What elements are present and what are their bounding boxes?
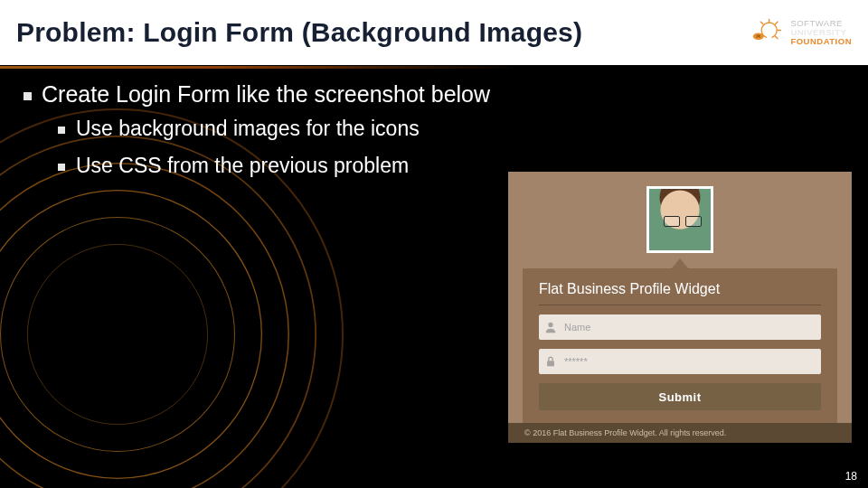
softuni-logo: SOFTWARE UNIVERSITY FOUNDATION [752,17,852,48]
lightbulb-icon [752,17,783,48]
widget-heading: Flat Business Profile Widget [539,281,821,305]
page-number: 18 [845,470,857,483]
logo-line3: FOUNDATION [790,37,852,46]
password-field[interactable] [539,349,821,374]
slide-content: Create Login Form like the screenshot be… [0,65,868,178]
password-input[interactable] [564,356,814,367]
slide-title: Problem: Login Form (Background Images) [16,17,582,48]
slide-header: Problem: Login Form (Background Images) … [0,0,868,65]
avatar [646,186,713,253]
name-input[interactable] [564,322,814,333]
svg-rect-5 [547,361,554,366]
widget-footer: © 2016 Flat Business Profile Widget. All… [508,423,852,443]
bullet-sub-1: Use background images for the icons [58,117,846,141]
svg-point-4 [548,323,552,327]
name-field[interactable] [539,314,821,340]
submit-button[interactable]: Submit [539,383,821,410]
svg-rect-2 [768,40,772,42]
logo-text: SOFTWARE UNIVERSITY FOUNDATION [790,19,852,45]
user-icon [544,321,557,333]
login-widget-screenshot: Flat Business Profile Widget Submit © 20… [508,172,852,443]
lock-icon [544,355,557,368]
svg-rect-1 [767,37,772,40]
login-card: Flat Business Profile Widget Submit [523,268,837,423]
bullet-main-text: Create Login Form like the screenshot be… [42,81,490,107]
bullet-main: Create Login Form like the screenshot be… [22,81,846,178]
